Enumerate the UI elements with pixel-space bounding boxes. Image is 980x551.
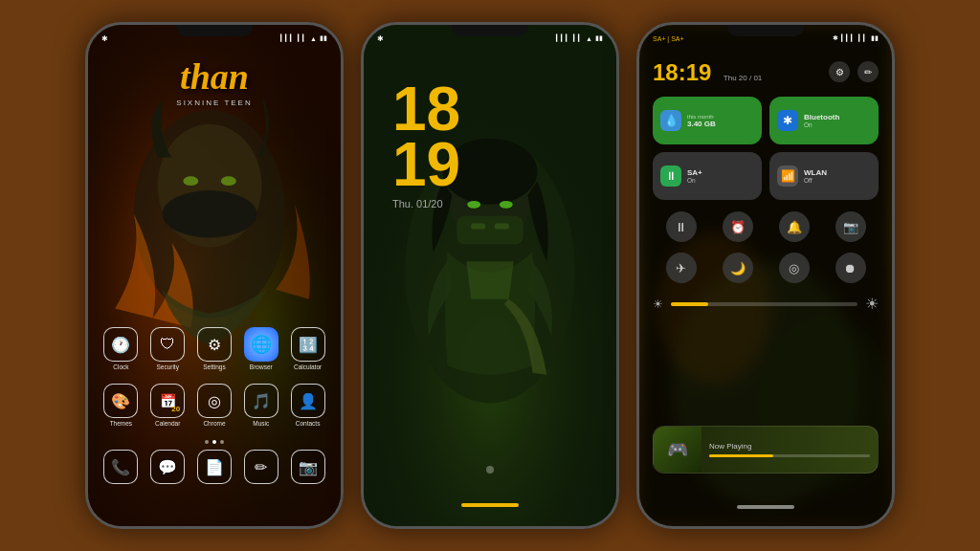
music-progress-fill <box>709 454 773 457</box>
wlan-status: Off <box>804 177 827 184</box>
phone3-home-indicator[interactable] <box>737 505 794 509</box>
messages-icon[interactable]: 💬 <box>150 450 185 484</box>
app-music[interactable]: 🎵 Music <box>240 384 282 427</box>
music-label: Music <box>253 420 269 427</box>
qtog-bell[interactable]: 🔔 <box>779 211 810 242</box>
svg-point-5 <box>183 176 198 186</box>
phone2-signal1: ▎▎▎ <box>556 34 570 42</box>
svg-rect-17 <box>495 224 509 230</box>
phone3-date: Thu 20 / 01 <box>724 74 762 82</box>
wlan-tile[interactable]: 📶 WLAN Off <box>769 152 879 200</box>
phone1-subtitle: SIXNINE TEEN <box>176 99 252 107</box>
dot-2 <box>212 440 216 444</box>
quick-toggles-row2: ✈ 🌙 ◎ ⏺ <box>653 253 879 283</box>
bluetooth-tile-icon: ✱ <box>777 110 798 131</box>
app-files[interactable]: 📄 <box>193 450 235 484</box>
svg-point-14 <box>500 201 513 209</box>
music-widget[interactable]: 🎮 Now Playing <box>653 426 879 474</box>
phone3-edit-button[interactable]: ✏ <box>858 61 879 82</box>
phone3-header-icons: ⚙ ✏ <box>829 61 879 82</box>
phone3-sa-label: SA+ | SA+ <box>653 35 684 42</box>
sa-status: On <box>687 177 702 184</box>
app-camera[interactable]: 📷 <box>287 450 329 484</box>
phone1-status-right: ▎▎▎ ▎▎ ▲ ▮▮ <box>280 34 327 42</box>
qtog-alarm[interactable]: ⏰ <box>723 211 753 242</box>
phone1-signal1: ▎▎▎ <box>280 34 295 42</box>
phone1-app-grid: 🕐 Clock 🛡 Security ⚙ Settings 🌐 Browser … <box>88 327 341 497</box>
app-chrome[interactable]: ◎ Chrome <box>193 384 235 427</box>
notes-icon[interactable]: ✏ <box>244 450 278 484</box>
bluetooth-status: On <box>804 121 839 128</box>
page-dots <box>98 440 331 444</box>
settings-icon[interactable]: ⚙ <box>197 327 232 362</box>
camera-icon[interactable]: 📷 <box>291 450 325 484</box>
app-settings[interactable]: ⚙ Settings <box>193 327 235 370</box>
app-calculator[interactable]: 🔢 Calculator <box>287 327 329 370</box>
phone2-minute: 19 <box>392 138 460 193</box>
phone1-bluetooth-icon: ✱ <box>101 34 108 43</box>
app-clock[interactable]: 🕐 Clock <box>100 327 142 370</box>
app-messages[interactable]: 💬 <box>146 450 189 484</box>
data-tile[interactable]: 💧 this month 3.40 GB <box>653 97 762 144</box>
bluetooth-label: Bluetooth <box>804 113 839 121</box>
svg-point-7 <box>163 190 257 237</box>
qtog-airplane[interactable]: ✈ <box>666 253 697 283</box>
phone2-clock: 18 19 Thu. 01/20 <box>392 82 460 209</box>
tile-row-2: ⏸ SA+ On 📶 WLAN Off <box>653 152 879 200</box>
app-phone[interactable]: 📞 <box>100 450 142 484</box>
svg-rect-16 <box>471 224 485 230</box>
music-icon[interactable]: 🎵 <box>244 384 278 418</box>
phone3-status-bar: SA+ | SA+ ✱ ▎▎▎ ▎▎ ▮▮ <box>639 29 892 48</box>
qtog-night[interactable]: 🌙 <box>723 253 753 283</box>
dot-1 <box>205 440 209 444</box>
app-contacts[interactable]: 👤 Contacts <box>287 384 329 427</box>
phone2-date: Thu. 01/20 <box>392 198 460 209</box>
qtog-pause[interactable]: ⏸ <box>666 211 697 242</box>
files-icon[interactable]: 📄 <box>197 450 232 484</box>
phone1-signature: than <box>176 58 252 95</box>
chrome-icon[interactable]: ◎ <box>197 384 232 418</box>
app-browser[interactable]: 🌐 Browser <box>240 327 282 370</box>
security-icon[interactable]: 🛡 <box>150 327 185 362</box>
phone1-logo: than SIXNINE TEEN <box>176 58 252 107</box>
qtog-circle[interactable]: ◎ <box>779 253 810 283</box>
phone3-signal1: ▎▎▎ <box>841 34 856 42</box>
app-security[interactable]: 🛡 Security <box>146 327 189 370</box>
phone1-battery: ▮▮ <box>320 34 327 42</box>
calculator-icon[interactable]: 🔢 <box>291 327 325 362</box>
phone2-home-indicator[interactable] <box>461 503 519 507</box>
bluetooth-tile[interactable]: ✱ Bluetooth On <box>769 97 879 144</box>
qtog-dot[interactable]: ⏺ <box>835 253 866 283</box>
browser-icon[interactable]: 🌐 <box>244 327 278 362</box>
brightness-bar[interactable] <box>671 302 858 306</box>
app-calendar[interactable]: 📅 20 Calendar <box>146 384 189 427</box>
sa-text: SA+ On <box>687 168 702 184</box>
music-info: Now Playing <box>702 442 878 457</box>
brightness-high-icon: ☀ <box>865 295 879 313</box>
app-themes[interactable]: 🎨 Themes <box>100 384 142 427</box>
svg-rect-15 <box>457 216 523 245</box>
wlan-text: WLAN Off <box>804 168 827 184</box>
music-progress-bar[interactable] <box>709 454 870 457</box>
app-notes[interactable]: ✏ <box>240 450 282 484</box>
phone3-gear-button[interactable]: ⚙ <box>829 61 850 82</box>
qtog-screenshot[interactable]: 📷 <box>835 211 866 242</box>
phone3-time-row: 18:19 Thu 20 / 01 <box>653 59 762 86</box>
phone3-signal2: ▎▎ <box>858 34 868 42</box>
calculator-label: Calculator <box>294 364 322 370</box>
browser-label: Browser <box>250 364 273 370</box>
music-artwork: 🎮 <box>654 426 702 474</box>
chrome-label: Chrome <box>203 420 225 427</box>
brightness-fill <box>671 302 708 306</box>
phone2-status-right: ▎▎▎ ▎▎ ▲ ▮▮ <box>556 34 603 42</box>
app-row-3: 📞 💬 📄 ✏ 📷 <box>98 450 331 484</box>
themes-icon[interactable]: 🎨 <box>103 384 138 418</box>
phone1-signal2: ▎▎ <box>298 34 307 42</box>
phone1-status-bar: ✱ ▎▎▎ ▎▎ ▲ ▮▮ <box>88 29 341 48</box>
phone-icon[interactable]: 📞 <box>103 450 138 484</box>
contacts-icon[interactable]: 👤 <box>291 384 325 418</box>
clock-icon[interactable]: 🕐 <box>103 327 138 362</box>
wlan-label: WLAN <box>804 168 827 177</box>
sa-tile[interactable]: ⏸ SA+ On <box>653 152 762 200</box>
calendar-icon[interactable]: 📅 20 <box>150 384 185 418</box>
